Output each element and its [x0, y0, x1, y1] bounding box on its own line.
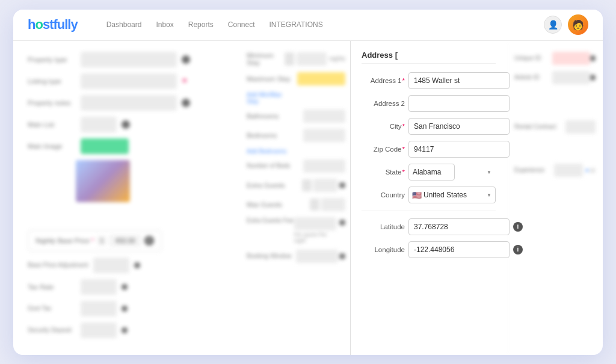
- state-label: State*: [362, 168, 405, 176]
- address-panel: Address [ Address 1* Address 2 City*: [350, 41, 507, 355]
- mid-panel: Minimum Stay nights Maximum Stay Add Min…: [242, 41, 350, 355]
- latitude-row: Latitude i: [362, 218, 496, 235]
- main-content: Property type Listing type ✕ Property no…: [13, 41, 603, 355]
- address-section-title: Address [: [362, 51, 496, 64]
- main-image-label: Main Image: [28, 143, 76, 150]
- country-flag: 🇺🇸: [412, 190, 422, 199]
- zip-input[interactable]: [408, 141, 510, 158]
- number-beds-label: Number of Beds: [247, 162, 295, 169]
- listing-type-label: Listing type: [28, 78, 76, 85]
- navbar: hostfully Dashboard Inbox Reports Connec…: [13, 10, 603, 41]
- min-stay-label: Minimum Stay: [247, 52, 285, 66]
- nav-reports[interactable]: Reports: [188, 20, 214, 29]
- experience-label: Experience: [514, 167, 554, 173]
- address1-label: Address 1*: [362, 77, 405, 84]
- booking-window-label: Booking Window: [247, 253, 295, 259]
- state-select[interactable]: Alabama Alaska Arizona California Colora…: [408, 164, 455, 180]
- longitude-row: Longitude i: [362, 241, 496, 258]
- main-list-label: Main List: [28, 121, 76, 128]
- nav-dashboard[interactable]: Dashboard: [106, 20, 142, 29]
- left-panel: Property type Listing type ✕ Property no…: [13, 41, 242, 355]
- city-input[interactable]: [408, 118, 510, 135]
- longitude-input[interactable]: [408, 241, 510, 258]
- city-row: City*: [362, 118, 496, 135]
- rental-contract-label: Rental Contract: [514, 123, 556, 130]
- bathrooms-label: Bathrooms: [247, 113, 295, 120]
- city-label: City*: [362, 123, 405, 130]
- longitude-label: Longitude: [362, 246, 405, 253]
- property-notes-label: Property notes: [28, 99, 76, 106]
- latitude-input[interactable]: [408, 218, 510, 235]
- nightly-price-section: Nightly Base Price * $ 450.00 i: [28, 230, 162, 251]
- extra-guests-label: Extra Guests: [247, 182, 295, 189]
- latitude-info-icon[interactable]: i: [513, 222, 523, 232]
- navbar-links: Dashboard Inbox Reports Connect INTEGRAT…: [106, 20, 323, 29]
- address1-input[interactable]: [408, 72, 510, 89]
- price-value: 450.00: [109, 235, 141, 246]
- address2-label: Address 2: [362, 100, 405, 107]
- price-info-icon[interactable]: i: [144, 236, 154, 245]
- latitude-label: Latitude: [362, 223, 405, 230]
- app-logo: hostfully: [28, 17, 78, 32]
- property-image: [76, 160, 130, 202]
- property-type-label: Property type: [28, 56, 76, 63]
- right-panel: Unique ID Airbnb ID Rental Contract Expe…: [507, 41, 603, 355]
- unique-id-label: Unique ID: [514, 55, 552, 61]
- nav-connect[interactable]: Connect: [228, 20, 255, 29]
- airbnb-id-label: Airbnb ID: [514, 74, 552, 81]
- max-guests-label: Max Guests: [247, 201, 295, 208]
- address2-input[interactable]: [408, 95, 510, 112]
- country-select-wrapper: 🇺🇸 United States Canada United Kingdom A…: [408, 187, 496, 203]
- country-row: Country 🇺🇸 United States Canada United K…: [362, 187, 496, 203]
- address2-row: Address 2: [362, 95, 496, 112]
- tax-rate-label: Tax Rate: [28, 283, 76, 291]
- state-row: State* Alabama Alaska Arizona California…: [362, 164, 496, 180]
- govt-tax-label: Govt Tax: [28, 305, 76, 312]
- bedrooms-label: Bedrooms: [247, 132, 295, 139]
- browser-window: hostfully Dashboard Inbox Reports Connec…: [13, 10, 603, 355]
- add-min-stay-link: Add Min/Max Stay: [247, 91, 295, 105]
- security-deposit-label: Security Deposit: [28, 327, 76, 333]
- base-price-adj-label: Base Price Adjustment: [28, 262, 88, 268]
- country-label: Country: [362, 191, 405, 199]
- state-select-wrapper: Alabama Alaska Arizona California Colora…: [408, 164, 496, 180]
- navbar-right: 👤 🧑: [544, 14, 588, 35]
- longitude-info-icon[interactable]: i: [513, 245, 523, 254]
- nav-integrations[interactable]: INTEGRATIONS: [270, 20, 323, 29]
- zip-row: Zip Code*: [362, 141, 496, 158]
- max-stay-label: Maximum Stay: [247, 75, 295, 82]
- zip-label: Zip Code*: [362, 146, 405, 153]
- add-bedrooms-link: Add Bedrooms: [247, 148, 295, 155]
- address1-row: Address 1*: [362, 72, 496, 89]
- dollar-sign: $: [97, 236, 106, 245]
- user-avatar[interactable]: 🧑: [568, 14, 588, 35]
- nav-inbox[interactable]: Inbox: [156, 20, 173, 29]
- avatar-icon[interactable]: 👤: [544, 16, 562, 34]
- divider: [362, 211, 496, 211]
- nightly-price-label: Nightly Base Price *: [35, 237, 94, 244]
- extra-guests-fee-label: Extra Guests Fee: [247, 217, 294, 224]
